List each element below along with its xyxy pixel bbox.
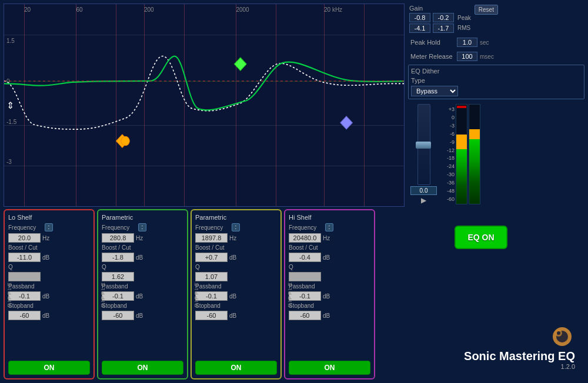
right-panel: Gain -0.8 -4.1 -0.2 -1.7 Peak RMS xyxy=(408,4,584,207)
band-para2-freq-input[interactable] xyxy=(195,233,228,243)
meter-release-input[interactable] xyxy=(457,52,477,61)
band-lo-boost-unit: dB xyxy=(42,254,53,261)
band-lo-stopband-unit: dB xyxy=(42,313,53,319)
reset-button[interactable]: Reset xyxy=(475,5,498,15)
meter-left-yellow xyxy=(456,135,467,149)
band-lo-stopband-input[interactable] xyxy=(8,311,41,320)
eq-curve-svg xyxy=(4,4,404,206)
band-lo-on-button[interactable]: ON xyxy=(8,361,90,375)
svg-point-7 xyxy=(557,331,560,335)
peak-hold-label: Peak Hold xyxy=(410,39,455,46)
band-lo-q-input[interactable] xyxy=(8,272,41,281)
band-para2-freq-btn[interactable]: : xyxy=(232,223,240,231)
band-para1-title: Parametric xyxy=(102,214,183,221)
meter-right-green xyxy=(469,139,480,204)
band-hi-stopband-unit: dB xyxy=(323,313,333,319)
app-version: 1.2.0 xyxy=(561,363,575,370)
bottom-section: Lo Shelf Frequency : Hz Boost / Cut dB Q xyxy=(4,209,584,379)
band-lo-passband-unit: dB xyxy=(42,293,53,300)
band-lo-boost-input[interactable] xyxy=(8,253,41,262)
meter-right-yellow xyxy=(469,129,480,139)
band-lo-passband-label: Passband xyxy=(8,283,44,290)
band-para2-boost-input[interactable] xyxy=(195,253,228,262)
main-container: 20 60 200 2000 20 kHz 1.5 0 -1.5 -3 xyxy=(0,0,588,383)
band-para2-on-button[interactable]: ON xyxy=(195,361,277,375)
band-para1-q-input[interactable] xyxy=(102,272,134,281)
band-para1-freq-btn[interactable]: : xyxy=(138,223,146,231)
band-lo-passband-input[interactable] xyxy=(8,291,41,301)
band-para1-passband-input[interactable] xyxy=(102,291,134,301)
band-para2-freq-unit: Hz xyxy=(229,235,240,241)
band-para1-q-label: Q xyxy=(102,264,137,270)
meter-left-peak-indicator xyxy=(457,106,466,108)
band-para1-freq-unit: Hz xyxy=(136,235,146,241)
band-para2: Parametric Frequency : Hz Boost / Cut dB… xyxy=(191,209,282,379)
band-hi-freq-btn[interactable]: : xyxy=(325,223,333,231)
band-hi-stopband-label: Stopband xyxy=(289,303,324,309)
app-logo-icon xyxy=(546,320,575,350)
band-hi-freq-input[interactable] xyxy=(289,233,321,243)
peak-hold-unit: sec xyxy=(480,39,489,46)
band-para2-passband-input[interactable] xyxy=(195,291,228,301)
rms-label: RMS xyxy=(457,25,471,31)
band-lo-stopband-label: Stopband xyxy=(8,303,44,309)
band-para2-freq-label: Frequency xyxy=(195,224,230,231)
band-para1: Parametric Frequency : Hz Boost / Cut dB… xyxy=(97,209,188,379)
eq-dither-section: EQ Dither Type Bypass Type 1 Type 2 xyxy=(408,65,584,99)
app-name: Sonic Mastering EQ xyxy=(464,350,575,363)
band-para1-ripple-label: RIPPLE xyxy=(100,281,106,307)
band-para2-q-input[interactable] xyxy=(195,272,228,281)
band-para1-boost-label: Boost / Cut xyxy=(102,244,137,251)
band-hi-stopband-input[interactable] xyxy=(289,311,321,320)
band-hi-shelf-title: Hi Shelf xyxy=(289,214,370,221)
band-para1-freq-label: Frequency xyxy=(102,224,137,231)
band-hi-boost-input[interactable] xyxy=(289,253,321,262)
gain-right-rms: -1.7 xyxy=(433,23,454,33)
band-para1-stopband-input[interactable] xyxy=(102,311,134,320)
band-para2-ripple-label: RIPPLE xyxy=(193,281,199,307)
band-para1-on-button[interactable]: ON xyxy=(102,361,183,375)
band-para1-freq-input[interactable] xyxy=(102,233,134,243)
eq-display: 20 60 200 2000 20 kHz 1.5 0 -1.5 -3 xyxy=(4,4,405,207)
band-para2-title: Parametric xyxy=(195,214,277,221)
level-meter-left xyxy=(456,104,467,204)
band-para2-q-label: Q xyxy=(195,264,230,270)
eq-dither-type-select[interactable]: Bypass Type 1 Type 2 xyxy=(411,86,458,96)
band-hi-q-input[interactable] xyxy=(289,272,321,281)
band-hi-passband-unit: dB xyxy=(323,293,333,300)
band-para1-boost-input[interactable] xyxy=(102,253,134,262)
band-para2-stopband-input[interactable] xyxy=(195,311,228,320)
meter-scale: +3 0 -3 -6 -9 -12 -18 -24 -30 -36 -48 -6… xyxy=(440,104,455,204)
band-hi-boost-label: Boost / Cut xyxy=(289,244,324,251)
meter-release-label: Meter Release xyxy=(410,53,455,60)
band-lo-freq-input[interactable] xyxy=(8,233,41,243)
band-para2-stopband-label: Stopband xyxy=(195,303,230,309)
band-hi-on-button[interactable]: ON xyxy=(289,361,370,375)
eq-dither-type-label: Type xyxy=(411,77,582,84)
svg-marker-3 xyxy=(340,116,353,129)
meter-left-green xyxy=(456,149,467,204)
band-hi-shelf: Hi Shelf Frequency : Hz Boost / Cut dB Q xyxy=(284,209,375,379)
band-lo-freq-btn[interactable]: : xyxy=(45,223,53,231)
gain-left-rms: -4.1 xyxy=(409,23,430,33)
peak-hold-input[interactable] xyxy=(457,38,477,47)
peak-label: Peak xyxy=(457,15,471,21)
eq-dither-title: EQ Dither xyxy=(411,68,582,75)
band-para2-passband-label: Passband xyxy=(195,283,230,290)
band-hi-freq-unit: Hz xyxy=(323,235,333,241)
band-lo-q-label: Q xyxy=(8,264,44,270)
band-hi-ripple-label: RIPPLE xyxy=(287,281,293,307)
band-para1-stopband-unit: dB xyxy=(136,313,146,319)
band-para1-stopband-label: Stopband xyxy=(102,303,137,309)
eq-on-button[interactable]: EQ ON xyxy=(455,226,507,249)
band-hi-freq-label: Frequency xyxy=(289,224,324,231)
gain-fader[interactable] xyxy=(416,142,431,149)
band-para2-boost-unit: dB xyxy=(229,254,240,261)
band-lo-freq-label: Frequency xyxy=(8,224,44,231)
band-hi-passband-input[interactable] xyxy=(289,291,321,301)
band-hi-boost-unit: dB xyxy=(323,254,333,261)
fader-arrow-right: ▶ xyxy=(421,196,426,204)
gain-label: Gain xyxy=(409,5,423,12)
svg-marker-2 xyxy=(235,58,247,70)
band-hi-passband-label: Passband xyxy=(289,283,324,290)
